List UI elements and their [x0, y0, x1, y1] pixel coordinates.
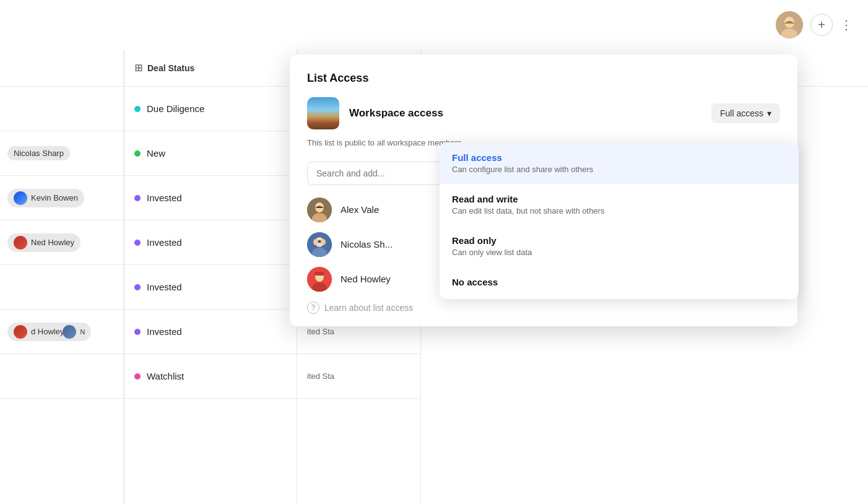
dot-new	[134, 150, 141, 157]
dot-invested-5	[134, 284, 141, 290]
access-dropdown: Full access Can configure list and share…	[440, 142, 799, 299]
nicolas-panel-avatar	[307, 232, 332, 257]
dropdown-item-read-only[interactable]: Read only Can only view list data	[440, 225, 799, 267]
top-bar: + ⋮	[744, 0, 868, 50]
left-cell-6: d Howley N	[0, 310, 123, 354]
multiple-name: d Howley	[31, 327, 64, 336]
dropdown-title-no-access: No access	[452, 277, 786, 287]
deal-status-header: ⊞ Deal Status	[124, 50, 297, 87]
status-invested-3: Invested	[147, 193, 182, 203]
svg-point-9	[313, 239, 318, 245]
dot-due-diligence	[134, 106, 141, 112]
co-cell-7: ited Sta	[297, 354, 420, 399]
workspace-access-label: Full access	[720, 108, 763, 118]
dot-invested-3	[134, 195, 141, 201]
deal-cell-5[interactable]: Invested	[124, 265, 297, 310]
deal-cell-1[interactable]: Due Diligence	[124, 87, 297, 131]
workspace-row: Workspace access Full access ▾	[307, 97, 780, 129]
dropdown-title-full-access: Full access	[452, 152, 786, 163]
deal-status-icon: ⊞	[134, 62, 142, 74]
deal-cell-7[interactable]: Watchlist	[124, 354, 297, 399]
dropdown-item-no-access[interactable]: No access	[440, 267, 799, 299]
user-avatar[interactable]	[776, 11, 803, 38]
dropdown-title-read-write: Read and write	[452, 194, 786, 204]
workspace-access-chevron: ▾	[767, 108, 771, 118]
learn-link-row: ? Learn about list access	[307, 302, 780, 314]
add-button[interactable]: +	[810, 14, 833, 36]
deal-status-header-label: Deal Status	[147, 63, 194, 73]
person-tag-ned[interactable]: Ned Howley	[7, 233, 80, 252]
deal-status-column: ⊞ Deal Status Due Diligence New Invested…	[124, 50, 297, 504]
dropdown-item-read-write[interactable]: Read and write Can edit list data, but n…	[440, 184, 799, 225]
dropdown-desc-read-only: Can only view list data	[452, 248, 786, 257]
left-cell-1	[0, 87, 123, 131]
left-cell-7	[0, 354, 123, 399]
deal-cell-4[interactable]: Invested	[124, 220, 297, 265]
svg-rect-14	[315, 272, 324, 276]
bridge-image	[307, 97, 339, 129]
status-invested-4: Invested	[147, 237, 182, 248]
dot-invested-4	[134, 240, 141, 246]
person-tag-kevin[interactable]: Kevin Bowen	[7, 189, 84, 207]
deal-cell-6[interactable]: Invested	[124, 310, 297, 354]
status-watchlist: Watchlist	[147, 371, 184, 381]
nicolas-name: Nicolas Sharp	[14, 149, 64, 158]
left-cell-4: Ned Howley	[0, 220, 123, 265]
alex-avatar	[307, 198, 332, 222]
kevin-avatar	[14, 191, 27, 205]
svg-point-10	[321, 239, 326, 245]
help-circle-icon: ?	[307, 302, 319, 314]
dropdown-desc-full-access: Can configure list and share with others	[452, 165, 786, 174]
left-cell-3: Kevin Bowen	[0, 176, 123, 220]
status-due-diligence: Due Diligence	[147, 103, 204, 114]
person-tag-nicolas[interactable]: Nicolas Sharp	[7, 146, 70, 160]
deal-cell-2[interactable]: New	[124, 131, 297, 176]
workspace-access-button[interactable]: Full access ▾	[711, 103, 780, 123]
multiple-name-2: N	[80, 328, 85, 336]
left-cell-5	[0, 265, 123, 310]
person-tag-multiple[interactable]: d Howley N	[7, 323, 91, 341]
deal-cell-3[interactable]: Invested	[124, 176, 297, 220]
ned-panel-avatar	[307, 267, 332, 292]
status-invested-5: Invested	[147, 282, 182, 292]
dropdown-desc-read-write: Can edit list data, but not share with o…	[452, 206, 786, 215]
dropdown-title-read-only: Read only	[452, 235, 786, 246]
ned-avatar	[14, 236, 27, 250]
left-cell-2: Nicolas Sharp	[0, 131, 123, 176]
dot-invested-6	[134, 329, 141, 335]
dropdown-item-full-access[interactable]: Full access Can configure list and share…	[440, 142, 799, 184]
workspace-icon	[307, 97, 339, 129]
left-column: Nicolas Sharp Kevin Bowen Ned Howley d H…	[0, 50, 124, 504]
multiple-avatar	[14, 325, 27, 339]
panel-title: List Access	[307, 72, 780, 85]
left-col-header	[0, 50, 123, 87]
status-invested-6: Invested	[147, 326, 182, 337]
dot-watchlist	[134, 373, 141, 380]
learn-link-text[interactable]: Learn about list access	[324, 303, 413, 313]
more-options-button[interactable]: ⋮	[840, 17, 853, 32]
ned-name: Ned Howley	[31, 238, 74, 247]
multiple-avatar-2	[63, 325, 76, 339]
kevin-name: Kevin Bowen	[31, 193, 78, 202]
workspace-name: Workspace access	[349, 107, 701, 119]
status-new: New	[147, 148, 165, 159]
